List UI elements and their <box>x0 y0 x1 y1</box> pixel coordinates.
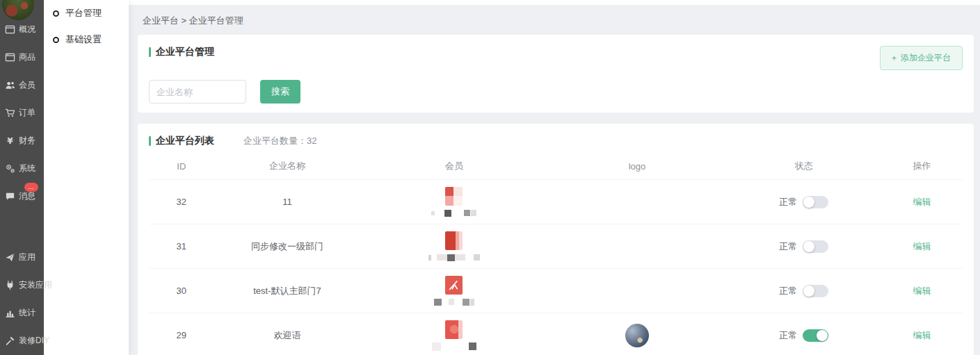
sidebar-item-7[interactable]: 应用 <box>0 243 44 271</box>
edit-link[interactable]: 编辑 <box>913 286 931 296</box>
logo-image <box>625 324 649 347</box>
unread-badge: … <box>24 183 38 192</box>
member-avatar <box>445 276 463 295</box>
search-button[interactable]: 搜索 <box>260 80 300 104</box>
sidebar-item-2[interactable]: 会员 <box>0 71 44 99</box>
status-label: 正常 <box>779 285 797 297</box>
platform-table: ID企业名称会员logo状态操作 32 11 正常 编辑 31 同步修改一级部门 <box>149 153 963 355</box>
edit-link[interactable]: 编辑 <box>913 241 931 251</box>
column-header: 会员 <box>360 160 547 172</box>
status-label: 正常 <box>779 196 797 208</box>
member-redacted-text <box>432 342 476 350</box>
enterprise-name-input[interactable] <box>149 80 246 104</box>
table-row: 31 同步修改一级部门 正常 编辑 <box>149 224 963 268</box>
cell-status: 正常 <box>727 240 881 253</box>
list-title: 企业平台列表 <box>156 135 214 147</box>
apps-icon <box>5 252 15 263</box>
sidebar-item-label: 商品 <box>19 51 35 63</box>
submenu-item-label: 基础设置 <box>65 33 102 46</box>
edit-link[interactable]: 编辑 <box>913 197 931 207</box>
table-row: 29 欢迎语 正常 编辑 <box>149 313 963 355</box>
submenu-item-0[interactable]: 平台管理 <box>44 0 129 26</box>
sidebar-item-1[interactable]: 商品 <box>0 43 44 71</box>
member-avatar <box>445 231 463 250</box>
column-header: ID <box>149 161 214 172</box>
sidebar-item-label: 会员 <box>19 79 35 91</box>
member-avatar <box>445 187 463 206</box>
submenu-item-1[interactable]: 基础设置 <box>44 26 129 53</box>
add-button-label: 添加企业平台 <box>901 52 951 64</box>
cell-action: 编辑 <box>881 329 963 342</box>
cell-member <box>360 231 547 261</box>
edit-link[interactable]: 编辑 <box>913 330 931 340</box>
cell-member <box>360 187 547 217</box>
cell-action: 编辑 <box>881 196 963 208</box>
sidebar-item-label: 消息 <box>19 190 35 202</box>
table-body: 32 11 正常 编辑 31 同步修改一级部门 <box>149 179 963 355</box>
add-enterprise-button[interactable]: + 添加企业平台 <box>880 46 963 70</box>
plus-icon: + <box>892 53 897 63</box>
cell-status: 正常 <box>727 329 881 342</box>
cell-status: 正常 <box>727 196 881 208</box>
member-redacted-text <box>431 209 476 217</box>
page-title: 企业平台管理 <box>156 46 214 58</box>
status-toggle[interactable] <box>803 196 828 208</box>
main-content: 企业平台 > 企业平台管理 企业平台管理 + 添加企业平台 搜索 企业平台列表 … <box>129 0 980 355</box>
finance-icon: ¥ <box>5 135 15 146</box>
nav-group-gap <box>0 210 44 243</box>
svg-text:¥: ¥ <box>7 135 13 145</box>
sidebar-item-label: 概况 <box>19 24 35 35</box>
sidebar-item-6[interactable]: 消息 … <box>0 182 44 210</box>
breadcrumb: 企业平台 > 企业平台管理 <box>143 15 243 27</box>
list-title-wrap: 企业平台列表 <box>149 135 214 147</box>
toggle-knob <box>803 286 814 297</box>
table-row: 32 11 正常 编辑 <box>149 179 963 224</box>
top-header-edge <box>129 0 980 5</box>
primary-sidebar: 概况 商品 会员 订单 ¥ 财务 系统 消息 … 应用 <box>0 0 44 355</box>
column-header: 状态 <box>727 160 881 172</box>
cell-id: 29 <box>149 330 214 340</box>
status-label: 正常 <box>779 329 797 342</box>
products-icon <box>5 52 15 63</box>
cell-action: 编辑 <box>881 240 963 253</box>
cell-member <box>360 276 547 306</box>
sidebar-item-8[interactable]: 安装应用 <box>0 271 44 299</box>
sidebar-item-label: 应用 <box>19 251 35 263</box>
cell-name: 同步修改一级部门 <box>214 240 361 253</box>
cell-name: 11 <box>214 197 361 207</box>
sidebar-item-label: 订单 <box>19 107 35 119</box>
sidebar-item-label: 安装应用 <box>19 279 52 291</box>
system-icon <box>5 163 15 174</box>
toggle-knob <box>803 197 814 208</box>
status-toggle[interactable] <box>803 240 828 253</box>
title-accent-bar <box>149 47 151 57</box>
platform-count: 企业平台数量：32 <box>243 135 316 147</box>
toggle-knob <box>817 330 828 341</box>
sidebar-item-5[interactable]: 系统 <box>0 154 44 182</box>
toggle-knob <box>803 241 814 252</box>
cell-name: 欢迎语 <box>214 329 361 342</box>
sidebar-item-label: 统计 <box>19 307 35 319</box>
cell-id: 30 <box>149 286 214 296</box>
cell-id: 31 <box>149 241 214 251</box>
column-header: 操作 <box>881 160 963 172</box>
sidebar-item-10[interactable]: 装修DIY <box>0 327 44 354</box>
radio-icon <box>53 10 59 17</box>
sidebar-item-0[interactable]: 概况 <box>0 15 44 43</box>
member-redacted-text <box>428 254 480 261</box>
cell-id: 32 <box>149 197 214 207</box>
sidebar-item-label: 装修DIY <box>19 335 49 347</box>
status-toggle[interactable] <box>803 285 828 297</box>
column-header: 企业名称 <box>214 160 361 172</box>
count-value: 32 <box>307 135 316 146</box>
sidebar-item-9[interactable]: 统计 <box>0 299 44 327</box>
column-header: logo <box>547 161 726 172</box>
stats-icon <box>5 308 15 318</box>
messages-icon <box>5 191 15 201</box>
status-toggle[interactable] <box>803 329 828 342</box>
table-row: 30 test-默认主部门7 正常 编辑 <box>149 268 963 313</box>
sidebar-item-3[interactable]: 订单 <box>0 99 44 126</box>
list-card: 企业平台列表 企业平台数量：32 ID企业名称会员logo状态操作 32 11 … <box>138 124 974 355</box>
sidebar-item-4[interactable]: ¥ 财务 <box>0 126 44 154</box>
member-redacted-text <box>434 298 474 306</box>
